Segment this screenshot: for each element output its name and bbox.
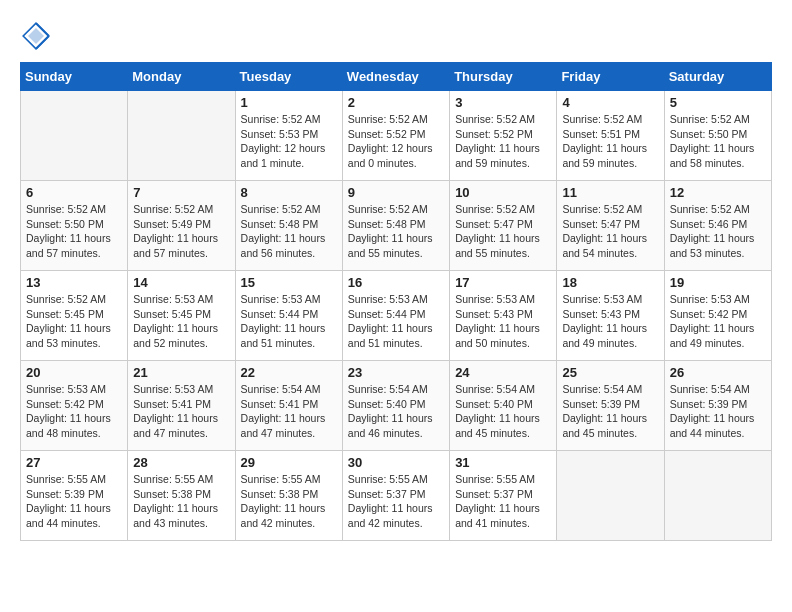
calendar-cell: 5Sunrise: 5:52 AM Sunset: 5:50 PM Daylig…: [664, 91, 771, 181]
day-info: Sunrise: 5:52 AM Sunset: 5:48 PM Dayligh…: [348, 202, 444, 261]
calendar-cell: 20Sunrise: 5:53 AM Sunset: 5:42 PM Dayli…: [21, 361, 128, 451]
day-number: 28: [133, 455, 229, 470]
column-header-thursday: Thursday: [450, 63, 557, 91]
calendar-cell: 24Sunrise: 5:54 AM Sunset: 5:40 PM Dayli…: [450, 361, 557, 451]
column-header-friday: Friday: [557, 63, 664, 91]
week-row: 20Sunrise: 5:53 AM Sunset: 5:42 PM Dayli…: [21, 361, 772, 451]
day-info: Sunrise: 5:53 AM Sunset: 5:42 PM Dayligh…: [670, 292, 766, 351]
day-info: Sunrise: 5:52 AM Sunset: 5:45 PM Dayligh…: [26, 292, 122, 351]
calendar-cell: 15Sunrise: 5:53 AM Sunset: 5:44 PM Dayli…: [235, 271, 342, 361]
day-number: 23: [348, 365, 444, 380]
day-number: 30: [348, 455, 444, 470]
day-number: 27: [26, 455, 122, 470]
day-info: Sunrise: 5:52 AM Sunset: 5:51 PM Dayligh…: [562, 112, 658, 171]
calendar-cell: 4Sunrise: 5:52 AM Sunset: 5:51 PM Daylig…: [557, 91, 664, 181]
day-number: 3: [455, 95, 551, 110]
day-info: Sunrise: 5:52 AM Sunset: 5:47 PM Dayligh…: [455, 202, 551, 261]
day-info: Sunrise: 5:53 AM Sunset: 5:45 PM Dayligh…: [133, 292, 229, 351]
day-info: Sunrise: 5:52 AM Sunset: 5:53 PM Dayligh…: [241, 112, 337, 171]
column-header-wednesday: Wednesday: [342, 63, 449, 91]
calendar-cell: 29Sunrise: 5:55 AM Sunset: 5:38 PM Dayli…: [235, 451, 342, 541]
day-info: Sunrise: 5:55 AM Sunset: 5:38 PM Dayligh…: [133, 472, 229, 531]
day-info: Sunrise: 5:53 AM Sunset: 5:44 PM Dayligh…: [348, 292, 444, 351]
calendar-cell: 9Sunrise: 5:52 AM Sunset: 5:48 PM Daylig…: [342, 181, 449, 271]
day-number: 6: [26, 185, 122, 200]
day-info: Sunrise: 5:53 AM Sunset: 5:43 PM Dayligh…: [455, 292, 551, 351]
day-number: 18: [562, 275, 658, 290]
day-number: 8: [241, 185, 337, 200]
calendar-cell: 22Sunrise: 5:54 AM Sunset: 5:41 PM Dayli…: [235, 361, 342, 451]
column-header-tuesday: Tuesday: [235, 63, 342, 91]
day-number: 19: [670, 275, 766, 290]
calendar-cell: 14Sunrise: 5:53 AM Sunset: 5:45 PM Dayli…: [128, 271, 235, 361]
calendar-cell: 3Sunrise: 5:52 AM Sunset: 5:52 PM Daylig…: [450, 91, 557, 181]
calendar-cell: 31Sunrise: 5:55 AM Sunset: 5:37 PM Dayli…: [450, 451, 557, 541]
day-number: 14: [133, 275, 229, 290]
calendar-cell: 21Sunrise: 5:53 AM Sunset: 5:41 PM Dayli…: [128, 361, 235, 451]
day-number: 11: [562, 185, 658, 200]
day-number: 10: [455, 185, 551, 200]
day-number: 25: [562, 365, 658, 380]
day-number: 1: [241, 95, 337, 110]
day-number: 9: [348, 185, 444, 200]
day-number: 12: [670, 185, 766, 200]
day-info: Sunrise: 5:54 AM Sunset: 5:39 PM Dayligh…: [670, 382, 766, 441]
day-info: Sunrise: 5:54 AM Sunset: 5:40 PM Dayligh…: [455, 382, 551, 441]
calendar-cell: 2Sunrise: 5:52 AM Sunset: 5:52 PM Daylig…: [342, 91, 449, 181]
day-number: 2: [348, 95, 444, 110]
day-info: Sunrise: 5:54 AM Sunset: 5:39 PM Dayligh…: [562, 382, 658, 441]
calendar-cell: 17Sunrise: 5:53 AM Sunset: 5:43 PM Dayli…: [450, 271, 557, 361]
calendar-cell: 16Sunrise: 5:53 AM Sunset: 5:44 PM Dayli…: [342, 271, 449, 361]
day-info: Sunrise: 5:55 AM Sunset: 5:37 PM Dayligh…: [455, 472, 551, 531]
day-info: Sunrise: 5:53 AM Sunset: 5:43 PM Dayligh…: [562, 292, 658, 351]
calendar-cell: 30Sunrise: 5:55 AM Sunset: 5:37 PM Dayli…: [342, 451, 449, 541]
calendar-header: SundayMondayTuesdayWednesdayThursdayFrid…: [21, 63, 772, 91]
calendar-table: SundayMondayTuesdayWednesdayThursdayFrid…: [20, 62, 772, 541]
logo-icon: [20, 20, 52, 52]
day-number: 24: [455, 365, 551, 380]
column-header-monday: Monday: [128, 63, 235, 91]
day-info: Sunrise: 5:54 AM Sunset: 5:41 PM Dayligh…: [241, 382, 337, 441]
header-row: SundayMondayTuesdayWednesdayThursdayFrid…: [21, 63, 772, 91]
calendar-cell: 28Sunrise: 5:55 AM Sunset: 5:38 PM Dayli…: [128, 451, 235, 541]
column-header-sunday: Sunday: [21, 63, 128, 91]
day-number: 5: [670, 95, 766, 110]
day-info: Sunrise: 5:52 AM Sunset: 5:46 PM Dayligh…: [670, 202, 766, 261]
day-info: Sunrise: 5:52 AM Sunset: 5:49 PM Dayligh…: [133, 202, 229, 261]
day-number: 21: [133, 365, 229, 380]
day-number: 16: [348, 275, 444, 290]
calendar-cell: 26Sunrise: 5:54 AM Sunset: 5:39 PM Dayli…: [664, 361, 771, 451]
calendar-cell: 19Sunrise: 5:53 AM Sunset: 5:42 PM Dayli…: [664, 271, 771, 361]
day-info: Sunrise: 5:52 AM Sunset: 5:50 PM Dayligh…: [26, 202, 122, 261]
day-info: Sunrise: 5:53 AM Sunset: 5:42 PM Dayligh…: [26, 382, 122, 441]
calendar-cell: 13Sunrise: 5:52 AM Sunset: 5:45 PM Dayli…: [21, 271, 128, 361]
day-number: 20: [26, 365, 122, 380]
page-header: [20, 20, 772, 52]
calendar-cell: 7Sunrise: 5:52 AM Sunset: 5:49 PM Daylig…: [128, 181, 235, 271]
calendar-cell: [21, 91, 128, 181]
day-number: 22: [241, 365, 337, 380]
column-header-saturday: Saturday: [664, 63, 771, 91]
calendar-cell: 1Sunrise: 5:52 AM Sunset: 5:53 PM Daylig…: [235, 91, 342, 181]
day-info: Sunrise: 5:55 AM Sunset: 5:39 PM Dayligh…: [26, 472, 122, 531]
day-info: Sunrise: 5:52 AM Sunset: 5:50 PM Dayligh…: [670, 112, 766, 171]
day-info: Sunrise: 5:52 AM Sunset: 5:52 PM Dayligh…: [455, 112, 551, 171]
day-info: Sunrise: 5:53 AM Sunset: 5:41 PM Dayligh…: [133, 382, 229, 441]
day-number: 13: [26, 275, 122, 290]
calendar-cell: 6Sunrise: 5:52 AM Sunset: 5:50 PM Daylig…: [21, 181, 128, 271]
day-number: 17: [455, 275, 551, 290]
logo: [20, 20, 56, 52]
calendar-cell: 12Sunrise: 5:52 AM Sunset: 5:46 PM Dayli…: [664, 181, 771, 271]
calendar-cell: [128, 91, 235, 181]
week-row: 27Sunrise: 5:55 AM Sunset: 5:39 PM Dayli…: [21, 451, 772, 541]
day-number: 7: [133, 185, 229, 200]
calendar-body: 1Sunrise: 5:52 AM Sunset: 5:53 PM Daylig…: [21, 91, 772, 541]
day-info: Sunrise: 5:55 AM Sunset: 5:38 PM Dayligh…: [241, 472, 337, 531]
week-row: 6Sunrise: 5:52 AM Sunset: 5:50 PM Daylig…: [21, 181, 772, 271]
calendar-cell: 8Sunrise: 5:52 AM Sunset: 5:48 PM Daylig…: [235, 181, 342, 271]
calendar-cell: [557, 451, 664, 541]
day-info: Sunrise: 5:55 AM Sunset: 5:37 PM Dayligh…: [348, 472, 444, 531]
calendar-cell: [664, 451, 771, 541]
calendar-cell: 11Sunrise: 5:52 AM Sunset: 5:47 PM Dayli…: [557, 181, 664, 271]
day-info: Sunrise: 5:54 AM Sunset: 5:40 PM Dayligh…: [348, 382, 444, 441]
